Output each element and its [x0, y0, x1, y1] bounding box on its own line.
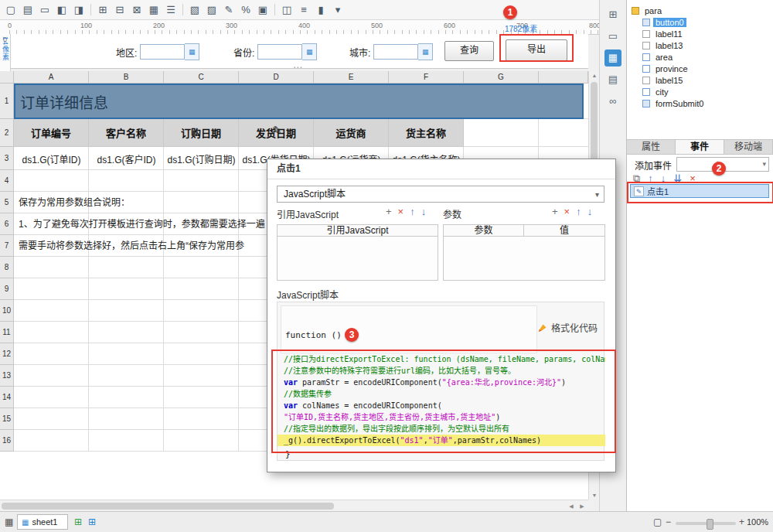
move-down-icon[interactable]: ↓: [421, 206, 427, 217]
column-header[interactable]: A: [14, 71, 89, 84]
formula-cell[interactable]: ds1.G(订单ID): [14, 147, 89, 170]
cell-attribute-icon[interactable]: ▦: [146, 2, 162, 18]
tree-node-formSubmit0[interactable]: formSubmit0: [627, 97, 773, 109]
header-cell[interactable]: 运货商: [314, 119, 389, 147]
header-footer-icon[interactable]: ▭: [37, 2, 53, 18]
zoom-out-icon[interactable]: −: [666, 517, 671, 527]
template-settings-icon[interactable]: ⊞: [604, 6, 621, 23]
fit-window-icon[interactable]: ▢: [653, 517, 662, 527]
scroll-up-icon[interactable]: ▲: [589, 73, 600, 78]
more-dropdown-icon[interactable]: ▾: [330, 2, 346, 18]
split-view-icon[interactable]: ◫: [279, 2, 295, 18]
column-header[interactable]: E: [314, 71, 389, 84]
column-header[interactable]: D: [239, 71, 314, 84]
scroll-down-icon[interactable]: ▼: [589, 493, 600, 498]
tree-node-city[interactable]: city: [627, 86, 773, 97]
tree-node-para[interactable]: para: [627, 5, 773, 16]
row-header[interactable]: 7: [0, 235, 14, 257]
row-header[interactable]: 11: [0, 322, 14, 343]
header-cell[interactable]: 订购日期: [164, 119, 239, 147]
delete-icon[interactable]: ×: [398, 206, 404, 217]
scroll-left-icon[interactable]: ◀: [567, 503, 576, 510]
param-input[interactable]: [373, 44, 418, 60]
tree-node-label15[interactable]: label15: [627, 74, 773, 86]
row-header[interactable]: 12: [0, 343, 14, 365]
move-up-icon[interactable]: ↑: [576, 206, 581, 217]
row-header[interactable]: 4: [0, 170, 14, 192]
tree-node-label11[interactable]: label11: [627, 28, 773, 39]
delete-event-icon[interactable]: ×: [690, 173, 696, 184]
condition-display-icon[interactable]: ▤: [604, 71, 621, 88]
tab-properties[interactable]: 属性: [627, 140, 676, 154]
tab-events[interactable]: 事件: [676, 140, 724, 154]
move-down-icon[interactable]: ↓: [661, 173, 666, 184]
zoom-in-icon[interactable]: +: [739, 517, 744, 527]
zoom-slider[interactable]: [676, 522, 736, 525]
zoom-slider-thumb[interactable]: [707, 519, 713, 530]
add-grid-sheet-icon[interactable]: ⊞: [74, 517, 82, 527]
tree-node-province[interactable]: province: [627, 63, 773, 74]
cursor-icon[interactable]: ▮: [313, 2, 329, 18]
list-icon[interactable]: ≡: [296, 2, 312, 18]
border-icon[interactable]: ▧: [187, 2, 203, 18]
insert-cell-icon[interactable]: ⊠: [129, 2, 145, 18]
row-header[interactable]: 9: [0, 278, 14, 300]
event-item-click1[interactable]: ✎ 点击1: [630, 184, 769, 198]
row-header[interactable]: 13: [0, 365, 14, 387]
param-list[interactable]: [443, 237, 605, 281]
edit-icon[interactable]: ✎: [221, 2, 237, 18]
delete-icon[interactable]: ×: [564, 206, 570, 217]
add-icon[interactable]: +: [552, 206, 558, 217]
row-header[interactable]: 3: [0, 147, 14, 170]
widget-binding-icon[interactable]: ▦: [418, 43, 433, 60]
cell-element-icon[interactable]: ▦: [604, 49, 621, 66]
tree-node-label13[interactable]: label13: [627, 39, 773, 51]
insert-row-icon[interactable]: ⊞: [95, 2, 111, 18]
format-code-button[interactable]: 格式化代码: [538, 321, 598, 334]
horizontal-scrollbar[interactable]: ◀ ▶: [0, 500, 588, 511]
horizontal-scroll-thumb[interactable]: [2, 503, 334, 510]
widget-binding-icon[interactable]: ▦: [302, 43, 317, 60]
move-up-icon[interactable]: ↑: [410, 206, 415, 217]
export-button[interactable]: 导出: [506, 39, 567, 61]
header-cell[interactable]: 订单编号: [14, 119, 89, 147]
pattern-icon[interactable]: ▨: [204, 2, 220, 18]
move-down-icon[interactable]: ↓: [587, 206, 593, 217]
add-icon[interactable]: +: [386, 206, 392, 217]
row-header[interactable]: 5: [0, 192, 14, 213]
menu-icon[interactable]: ☰: [163, 2, 179, 18]
row-header[interactable]: 15: [0, 408, 14, 430]
report-title-cell[interactable]: 订单详细信息: [14, 84, 584, 119]
unmerge-cells-icon[interactable]: ◨: [71, 2, 87, 18]
query-button[interactable]: 查询: [444, 41, 494, 61]
header-cell[interactable]: 货主名称: [389, 119, 464, 147]
column-header[interactable]: B: [89, 71, 164, 84]
scroll-right-icon[interactable]: ▶: [577, 503, 587, 510]
header-cell[interactable]: 客户名称: [89, 119, 164, 147]
param-input[interactable]: [257, 44, 302, 60]
row-header[interactable]: 10: [0, 300, 14, 322]
param-input[interactable]: [140, 44, 185, 60]
event-type-select[interactable]: JavaScript脚本 ▾: [277, 186, 604, 203]
new-template-icon[interactable]: ▢: [3, 2, 19, 18]
widget-binding-icon[interactable]: ▦: [185, 43, 199, 60]
row-header[interactable]: 16: [0, 430, 14, 452]
add-chart-sheet-icon[interactable]: ⊞: [88, 517, 96, 527]
column-header[interactable]: G: [464, 71, 539, 84]
tree-node-button0[interactable]: button0: [627, 16, 773, 28]
ref-js-list[interactable]: [277, 237, 438, 281]
column-header[interactable]: F: [389, 71, 464, 84]
formula-cell[interactable]: ds1.G(订购日期): [164, 147, 239, 170]
column-header[interactable]: C: [164, 71, 239, 84]
move-up-icon[interactable]: ↑: [648, 173, 653, 184]
select-all-corner[interactable]: [0, 71, 14, 84]
row-header[interactable]: 2: [0, 119, 14, 147]
script-editor[interactable]: function () { 格式化代码 //接口为directExportToE…: [277, 302, 604, 461]
copy-event-icon[interactable]: ⧉: [633, 173, 640, 184]
widget-icon[interactable]: ▣: [255, 2, 271, 18]
sheet-tab[interactable]: ▦ sheet1: [17, 514, 68, 530]
page-setup-icon[interactable]: ▤: [20, 2, 36, 18]
row-header[interactable]: 6: [0, 213, 14, 235]
component-library-icon[interactable]: ▭: [604, 28, 621, 45]
tab-mobile[interactable]: 移动端: [724, 140, 773, 154]
